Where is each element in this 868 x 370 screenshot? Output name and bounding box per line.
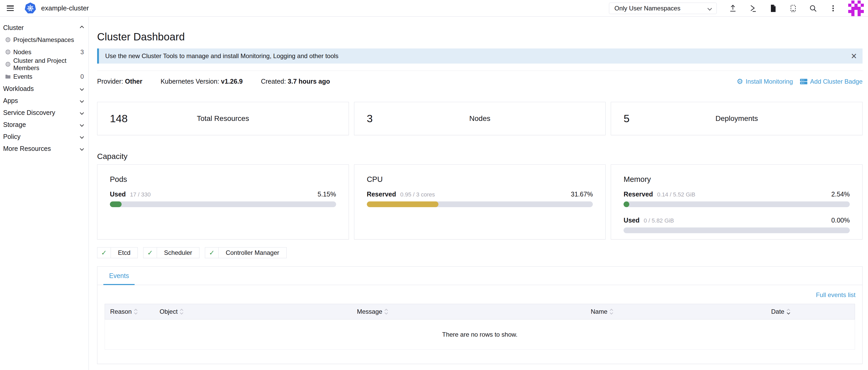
sort-icon: [134, 309, 137, 314]
cluster-name: example-cluster: [41, 4, 89, 12]
memory-used-progress-bar: [623, 227, 850, 233]
sidebar-group-storage[interactable]: Storage: [0, 119, 89, 131]
search-icon[interactable]: [809, 4, 817, 12]
chevron-down-icon: [80, 86, 84, 91]
chevron-down-icon: [80, 111, 84, 115]
kebab-menu-icon[interactable]: [829, 4, 837, 12]
memory-reserved-row: Reserved 0.14 / 5.52 GiB 2.54%: [623, 191, 850, 198]
folder-icon: [5, 74, 11, 79]
kubectl-shell-icon[interactable]: [749, 4, 757, 12]
count-label: Deployments: [611, 114, 862, 123]
nodes-card: Nodes 3: [354, 102, 606, 135]
check-icon: ✓: [97, 248, 111, 258]
events-table-empty-state: There are no rows to show.: [105, 319, 855, 350]
deployments-card: Deployments 5: [611, 102, 863, 135]
chevron-down-icon: [708, 6, 712, 10]
sidebar-group-policy[interactable]: Policy: [0, 131, 89, 143]
nodes-count-badge: 3: [81, 49, 84, 56]
side-nav: Cluster Projects/Namespaces Nodes 3: [0, 17, 89, 370]
copy-kubeconfig-icon[interactable]: [789, 4, 797, 12]
sidebar-group-workloads[interactable]: Workloads: [0, 83, 89, 94]
topbar-actions: [729, 4, 837, 12]
page-title: Cluster Dashboard: [97, 31, 863, 43]
chevron-down-icon: [80, 135, 84, 139]
glance-actions: ⚙ Install Monitoring Add Cluster Badge: [737, 78, 863, 85]
chevron-down-icon: [80, 98, 84, 103]
events-count-badge: 0: [81, 73, 84, 80]
capacity-heading: Capacity: [97, 152, 863, 161]
card-title: Pods: [110, 175, 336, 184]
sort-icon-descending: [787, 309, 789, 314]
count-value: 3: [367, 113, 373, 125]
chevron-down-icon: [80, 146, 84, 151]
globe-icon: [5, 49, 11, 55]
col-header-object[interactable]: Object: [154, 308, 352, 315]
pods-used-row: Used 17 / 330 5.15%: [110, 191, 336, 198]
sort-icon: [385, 309, 388, 314]
total-resources-card: Total Resources 148: [97, 102, 349, 135]
events-tab-bar: Events: [97, 266, 862, 285]
pods-capacity-card: Pods Used 17 / 330 5.15%: [97, 164, 349, 239]
hamburger-menu-icon[interactable]: [7, 5, 14, 11]
memory-capacity-card: Memory Reserved 0.14 / 5.52 GiB 2.54% Us…: [611, 164, 863, 239]
check-icon: ✓: [205, 248, 219, 258]
sidebar-group-cluster[interactable]: Cluster: [0, 22, 89, 34]
sort-icon: [610, 309, 613, 314]
events-table: Reason Object Message Name: [105, 304, 855, 350]
provider-info: Provider: Other: [97, 78, 143, 85]
tab-events[interactable]: Events: [103, 272, 134, 285]
globe-icon: [5, 61, 11, 67]
capacity-cards: Pods Used 17 / 330 5.15% CPU Reserved 0.…: [97, 164, 863, 239]
card-title: Memory: [623, 175, 850, 184]
col-header-message[interactable]: Message: [352, 308, 586, 315]
col-header-date[interactable]: Date: [766, 308, 855, 315]
download-kubeconfig-icon[interactable]: [769, 4, 777, 12]
sort-icon: [180, 309, 183, 314]
close-icon[interactable]: ×: [851, 51, 857, 61]
memory-used-row: Used 0 / 5.82 GiB 0.00%: [623, 217, 850, 224]
events-link-row: Full events list: [97, 285, 862, 298]
cpu-reserved-row: Reserved 0.95 / 3 cores 31.67%: [367, 191, 593, 198]
sidebar-item-cluster-and-project-members[interactable]: Cluster and Project Members: [0, 58, 89, 70]
card-title: CPU: [367, 175, 593, 184]
events-table-header: Reason Object Message Name: [105, 304, 855, 319]
col-header-name[interactable]: Name: [586, 308, 766, 315]
namespace-filter-value: Only User Namespaces: [614, 5, 680, 12]
count-value: 148: [110, 113, 128, 125]
import-yaml-icon[interactable]: [729, 4, 737, 12]
count-value: 5: [623, 113, 629, 125]
cpu-progress-bar: [367, 201, 593, 207]
gear-icon: ⚙: [737, 78, 743, 85]
cpu-capacity-card: CPU Reserved 0.95 / 3 cores 31.67%: [354, 164, 606, 239]
col-header-reason[interactable]: Reason: [105, 308, 154, 315]
sidebar-group-service-discovery[interactable]: Service Discovery: [0, 107, 89, 119]
sidebar-group-apps[interactable]: Apps: [0, 94, 89, 107]
kubernetes-logo: [24, 2, 36, 14]
kubernetes-version-info: Kubernetes Version: v1.26.9: [161, 78, 243, 85]
banner-text: Use the new Cluster Tools to manage and …: [105, 52, 338, 60]
section-divider: [97, 70, 863, 71]
sidebar-item-projects-namespaces[interactable]: Projects/Namespaces: [0, 34, 89, 46]
cluster-tools-banner: Use the new Cluster Tools to manage and …: [97, 49, 863, 63]
sidebar-group-more-resources[interactable]: More Resources: [0, 143, 89, 154]
check-icon: ✓: [144, 248, 157, 258]
full-events-list-link[interactable]: Full events list: [816, 291, 856, 298]
count-label: Nodes: [354, 114, 606, 123]
created-info: Created: 3.7 hours ago: [261, 78, 330, 85]
etcd-status-badge: ✓ Etcd: [97, 247, 138, 258]
events-panel: Events Full events list Reason Object Me…: [97, 266, 863, 364]
badge-icon: [800, 78, 808, 85]
sidebar-item-nodes[interactable]: Nodes 3: [0, 46, 89, 58]
pods-progress-bar: [110, 201, 336, 207]
scheduler-status-badge: ✓ Scheduler: [143, 247, 199, 258]
sidebar-item-events[interactable]: Events 0: [0, 70, 89, 83]
glance-row: Provider: Other Kubernetes Version: v1.2…: [97, 78, 863, 85]
namespace-filter-select[interactable]: Only User Namespaces: [609, 3, 717, 14]
chevron-up-icon: [80, 26, 84, 30]
user-avatar[interactable]: [848, 1, 864, 16]
add-cluster-badge-link[interactable]: Add Cluster Badge: [800, 78, 863, 85]
top-bar: example-cluster Only User Namespaces: [0, 0, 868, 17]
install-monitoring-link[interactable]: ⚙ Install Monitoring: [737, 78, 793, 85]
resource-counts: Total Resources 148 Nodes 3 Deployments …: [97, 102, 863, 135]
component-status-row: ✓ Etcd ✓ Scheduler ✓ Controller Manager: [97, 247, 863, 258]
